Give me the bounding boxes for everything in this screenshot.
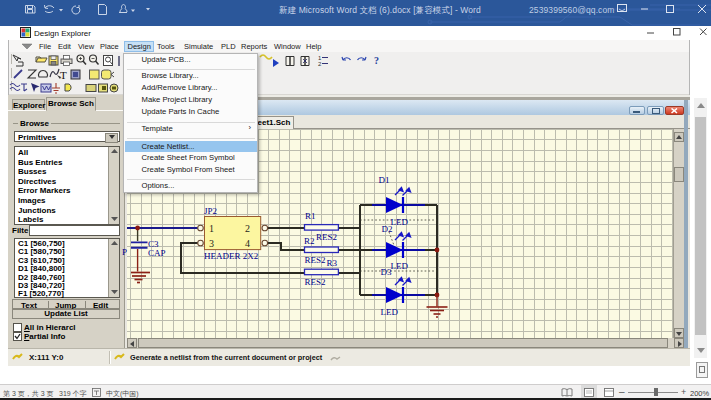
svg-text:RES2: RES2 (305, 277, 326, 287)
svg-text:1: 1 (209, 223, 214, 234)
svg-text:3: 3 (209, 238, 214, 249)
svg-text:LED: LED (391, 261, 409, 271)
svg-text:HEADER 2X2: HEADER 2X2 (204, 251, 258, 261)
svg-text:2: 2 (245, 223, 250, 234)
svg-text:R3: R3 (327, 258, 338, 268)
svg-text:JP2: JP2 (204, 206, 217, 216)
svg-text:D2: D2 (382, 224, 393, 234)
svg-text:D1: D1 (379, 175, 390, 185)
svg-text:LED: LED (381, 307, 399, 317)
svg-text:2: 2 (318, 61, 322, 67)
svg-text:R1: R1 (305, 211, 316, 221)
svg-text:4: 4 (245, 238, 250, 249)
svg-text:D3: D3 (381, 267, 392, 277)
svg-text:?: ? (374, 55, 379, 66)
svg-text:R2: R2 (304, 236, 315, 246)
svg-text:RES2: RES2 (316, 232, 337, 242)
svg-text:LED: LED (391, 217, 409, 227)
svg-text:RES2: RES2 (305, 255, 326, 265)
svg-text:T: T (60, 69, 67, 81)
svg-text:CAP: CAP (148, 248, 166, 258)
